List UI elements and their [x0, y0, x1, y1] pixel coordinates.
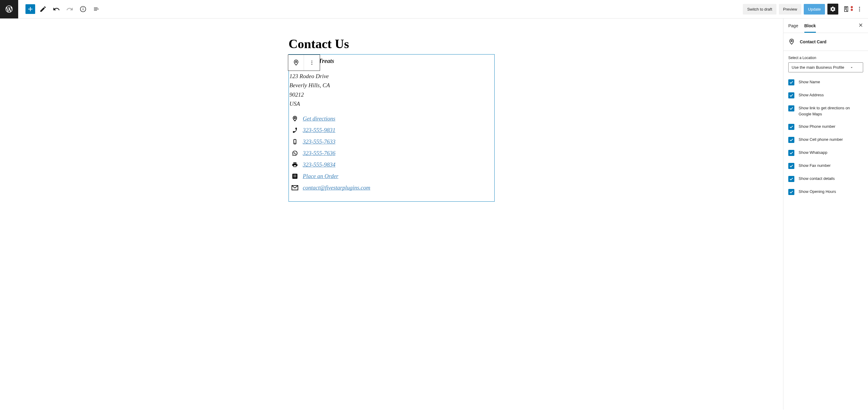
editor-canvas[interactable]: Contact Us Bittersweet Treats 123 Rodeo …: [0, 19, 783, 410]
option-row: Show link to get directions on Google Ma…: [788, 105, 863, 117]
mobile-icon: [291, 139, 299, 145]
checkbox-label: Show Cell phone number: [799, 137, 843, 143]
option-row: Show Name: [788, 79, 863, 86]
phone-link[interactable]: 323-555-9831: [303, 127, 336, 134]
settings-sidebar: Page Block Contact Card Select a Locatio…: [783, 19, 868, 410]
contact-card-block[interactable]: Bittersweet Treats 123 Rodeo Drive Bever…: [288, 54, 495, 202]
checkbox-label: Show Opening Hours: [799, 189, 836, 195]
location-field-label: Select a Location: [788, 56, 863, 60]
more-menu-button[interactable]: [854, 4, 865, 14]
svg-point-6: [295, 61, 297, 63]
yoast-dot: [851, 6, 853, 8]
location-select-value: Use the main Business Profile: [792, 65, 844, 70]
yoast-button[interactable]: [841, 4, 851, 14]
tab-page[interactable]: Page: [788, 19, 798, 33]
checkbox-label: Show contact details: [799, 176, 835, 182]
redo-button[interactable]: [64, 4, 75, 14]
option-row: Show Cell phone number: [788, 137, 863, 143]
svg-point-7: [312, 61, 312, 62]
chevron-down-icon: [849, 65, 854, 70]
svg-point-9: [312, 64, 312, 65]
checkbox-label: Show link to get directions on Google Ma…: [799, 105, 863, 117]
checkbox[interactable]: [788, 137, 794, 143]
close-sidebar-button[interactable]: [858, 23, 863, 29]
address-country: USA: [289, 99, 494, 108]
svg-point-20: [791, 40, 793, 42]
business-name: Bittersweet Treats: [289, 58, 494, 65]
checkbox[interactable]: [788, 150, 794, 156]
checkbox[interactable]: [788, 105, 794, 111]
checkbox[interactable]: [788, 176, 794, 182]
whatsapp-link[interactable]: 323-555-7636: [303, 150, 336, 157]
checkbox[interactable]: [788, 124, 794, 130]
edit-tool-button[interactable]: [38, 4, 49, 14]
tab-block[interactable]: Block: [804, 19, 816, 33]
svg-point-5: [859, 10, 860, 11]
svg-point-3: [859, 7, 860, 7]
option-row: Show Phone number: [788, 124, 863, 130]
contact-list: Get directions 323-555-9831 323-555-7633…: [289, 115, 494, 191]
sidebar-body: Select a Location Use the main Business …: [783, 51, 868, 206]
phone-icon: [291, 127, 299, 133]
option-row: Show contact details: [788, 176, 863, 182]
fax-icon: [291, 162, 299, 168]
address: 123 Rodeo Drive Beverly Hills, CA 90212 …: [289, 72, 494, 109]
checkbox[interactable]: [788, 79, 794, 86]
email-link[interactable]: contact@fivestarplugins.com: [303, 184, 370, 191]
svg-point-4: [859, 8, 860, 9]
address-zip: 90212: [289, 90, 494, 99]
option-row: Show Fax number: [788, 163, 863, 169]
checkbox-label: Show Name: [799, 79, 820, 85]
yoast-dot: [851, 9, 853, 11]
info-button[interactable]: [78, 4, 89, 14]
block-type-icon[interactable]: [288, 55, 304, 71]
svg-point-10: [294, 117, 296, 118]
directions-link[interactable]: Get directions: [303, 115, 335, 122]
form-icon: [291, 173, 299, 179]
block-inspector-header: Contact Card: [783, 33, 868, 51]
undo-button[interactable]: [51, 4, 62, 14]
wordpress-logo[interactable]: [0, 0, 18, 19]
checkbox-label: Show Address: [799, 92, 824, 98]
settings-button[interactable]: [827, 4, 838, 14]
block-more-options[interactable]: [304, 55, 320, 71]
toolbar-left: [0, 0, 102, 18]
svg-rect-13: [293, 174, 297, 178]
option-row: Show Address: [788, 92, 863, 98]
checkbox-label: Show Phone number: [799, 124, 835, 130]
address-line2: Beverly Hills, CA: [289, 81, 494, 90]
block-name-label: Contact Card: [800, 39, 827, 44]
address-line1: 123 Rodeo Drive: [289, 72, 494, 81]
pin-icon: [788, 38, 795, 45]
svg-point-8: [312, 62, 312, 63]
editor-header: Switch to draft Preview Update: [0, 0, 868, 19]
checkbox[interactable]: [788, 189, 794, 195]
checkbox[interactable]: [788, 163, 794, 169]
cell-link[interactable]: 323-555-7633: [303, 138, 336, 145]
fax-link[interactable]: 323-555-9834: [303, 161, 336, 168]
preview-button[interactable]: Preview: [779, 4, 801, 14]
checkbox-label: Show Fax number: [799, 163, 831, 169]
switch-to-draft-button[interactable]: Switch to draft: [743, 4, 776, 14]
pin-icon: [291, 116, 299, 122]
order-link[interactable]: Place an Order: [303, 173, 339, 179]
toolbar-right: Switch to draft Preview Update: [743, 4, 868, 14]
email-icon: [291, 185, 299, 191]
main-area: Contact Us Bittersweet Treats 123 Rodeo …: [0, 19, 868, 410]
sidebar-tabs: Page Block: [783, 19, 868, 33]
add-block-button[interactable]: [26, 4, 35, 14]
checkbox[interactable]: [788, 92, 794, 98]
location-select[interactable]: Use the main Business Profile: [788, 62, 863, 72]
svg-point-2: [83, 8, 83, 8]
toolbar-icons: [18, 4, 102, 14]
option-row: Show Whatsapp: [788, 149, 863, 156]
whatsapp-icon: [291, 150, 299, 156]
option-row: Show Opening Hours: [788, 189, 863, 195]
update-button[interactable]: Update: [804, 4, 825, 14]
block-toolbar: [288, 55, 320, 71]
checkbox-label: Show Whatsapp: [799, 149, 827, 156]
list-view-button[interactable]: [91, 4, 102, 14]
page-title[interactable]: Contact Us: [288, 37, 495, 51]
